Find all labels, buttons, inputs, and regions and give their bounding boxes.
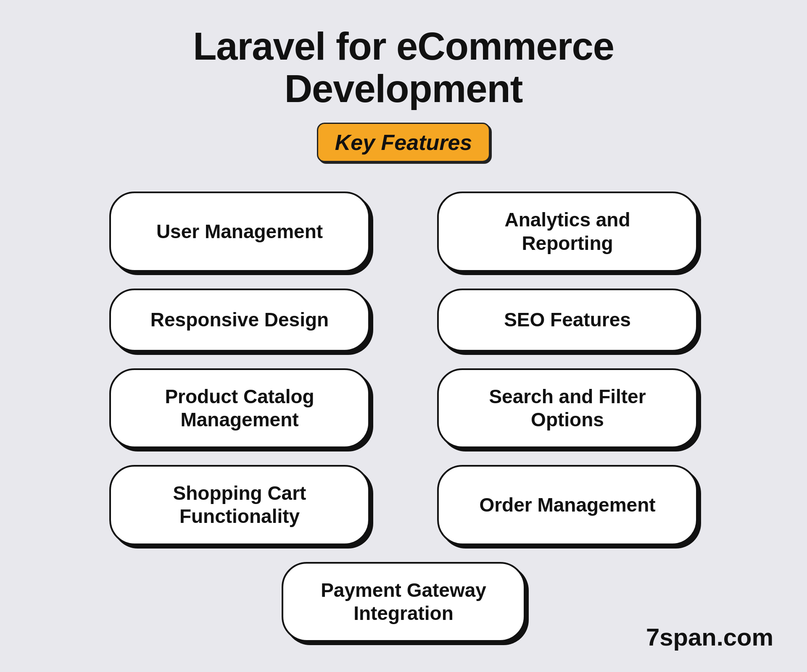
features-grid: User Management Analytics and Reporting … xyxy=(109,192,698,545)
bottom-row: Payment Gateway Integration xyxy=(109,562,698,642)
page-title: Laravel for eCommerce Development xyxy=(193,25,614,110)
key-features-label: Key Features xyxy=(335,130,472,155)
feature-search-filter: Search and Filter Options xyxy=(437,368,698,448)
page-container: Laravel for eCommerce Development Key Fe… xyxy=(0,0,807,672)
feature-analytics-reporting: Analytics and Reporting xyxy=(437,192,698,271)
brand-tag: 7span.com xyxy=(646,623,773,651)
feature-payment-gateway: Payment Gateway Integration xyxy=(282,562,525,642)
feature-shopping-cart: Shopping Cart Functionality xyxy=(109,465,370,545)
feature-product-catalog: Product Catalog Management xyxy=(109,368,370,448)
feature-user-management: User Management xyxy=(109,192,370,271)
feature-order-management: Order Management xyxy=(437,465,698,545)
feature-responsive-design: Responsive Design xyxy=(109,289,370,352)
feature-seo-features: SEO Features xyxy=(437,289,698,352)
key-features-badge: Key Features xyxy=(317,123,491,162)
